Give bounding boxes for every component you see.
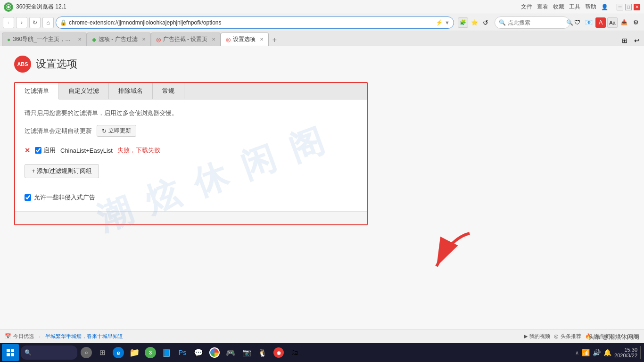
infobar-video[interactable]: ▶ 我的视频 [524, 333, 550, 340]
menu-file[interactable]: 文件 [521, 3, 532, 11]
taskbar-tencent[interactable]: 🐧 [256, 346, 270, 360]
tab-nav-custom-filter[interactable]: 自定义过滤 [59, 83, 109, 99]
menu-help[interactable]: 帮助 [585, 3, 596, 11]
show-desktop-btn[interactable] [640, 346, 642, 359]
taskbar-camera[interactable]: 📷 [239, 346, 254, 360]
search-bar-container: 🔍 🔍 [495, 16, 570, 29]
tab-1[interactable]: ● 360导航_一个主页，整个世界 ✕ [2, 33, 87, 46]
tray-network-icon[interactable]: 📶 [582, 349, 590, 356]
browser-logo [4, 2, 13, 12]
taskbar-security[interactable]: ◉ [272, 346, 286, 360]
abs-logo: ABS [14, 56, 31, 73]
tab-3-label: 广告拦截 - 设置页 [163, 35, 208, 43]
tab-history-back[interactable]: ⊞ [619, 35, 630, 46]
tab-2-close[interactable]: ✕ [142, 37, 146, 42]
svg-rect-5 [7, 353, 10, 356]
taskbar-cortana[interactable]: ○ [79, 346, 93, 360]
back-button[interactable]: ‹ [3, 17, 14, 28]
refresh-nav-icon[interactable]: ↺ [480, 17, 491, 28]
toolbar-settings[interactable]: ⚙ [631, 17, 641, 28]
menu-bookmarks[interactable]: 收藏 [553, 3, 564, 11]
minimize-button[interactable]: ─ [617, 4, 623, 10]
taskbar-explorer[interactable]: 📁 [127, 346, 141, 360]
new-tab-button[interactable]: + [269, 34, 280, 46]
search-input[interactable] [508, 19, 564, 26]
headlines-icon: ◎ [554, 333, 559, 339]
tab-2[interactable]: ◆ 选项 - 广告过滤 ✕ [87, 33, 151, 46]
toolbar-icon-3[interactable]: A [595, 17, 606, 28]
tab-nav-filter-list[interactable]: 过滤清单 [15, 83, 59, 99]
nav-extra-icons: 🧩 ⭐ ↺ [458, 17, 491, 28]
brand-watermark: 头条 @潮炫休闲阁 [588, 333, 639, 341]
taskbar: 🔍 ○ ⊞ e 📁 3 📘 Ps 💬 🎮 📷 🐧 ◉ 🗂 ∧ 📶 🔊 🔔 15:… [0, 343, 644, 362]
tab-3-close[interactable]: ✕ [212, 37, 215, 42]
toolbar-icon-2[interactable]: 📧 [584, 17, 594, 28]
add-filter-group-button[interactable]: + 添加过滤规则订阅组 [25, 164, 99, 178]
start-button[interactable] [2, 344, 19, 361]
forward-button[interactable]: › [16, 17, 27, 28]
tab-1-favicon: ● [7, 36, 10, 43]
taskbar-edge[interactable]: e [111, 346, 125, 360]
tray-up-icon[interactable]: ∧ [575, 350, 579, 356]
svg-rect-6 [11, 353, 14, 356]
home-button[interactable]: ⌂ [42, 17, 54, 28]
tab-4-favicon: ◎ [226, 36, 231, 43]
taskbar-ps[interactable]: Ps [175, 346, 190, 360]
user-icon[interactable]: 👤 [601, 4, 608, 10]
toolbar-icon-1[interactable]: 🛡 [572, 17, 582, 28]
settings-bottom [15, 211, 367, 224]
tab-4[interactable]: ◎ 设置选项 ✕ [221, 33, 269, 46]
extensions-icon[interactable]: 🧩 [458, 17, 468, 28]
taskbar-task-view[interactable]: ⊞ [95, 346, 109, 360]
taskbar-more-icons[interactable]: 🗂 [288, 346, 302, 360]
tab-nav-general[interactable]: 常规 [153, 83, 184, 99]
tab-2-label: 选项 - 广告过滤 [99, 35, 138, 43]
titlebar-right: 文件 查看 收藏 工具 帮助 👤 ─ □ ✕ [521, 3, 640, 11]
taskbar-system-tray: ∧ 📶 🔊 🔔 15:30 2020/3/22 [575, 346, 642, 359]
filter-enable-label: 启用 [43, 146, 56, 155]
svg-point-1 [8, 6, 10, 8]
allow-ads-label: 允许一些非侵入式广告 [34, 193, 95, 202]
infobar-headlines[interactable]: ◎ 头条推荐 [554, 333, 581, 340]
address-bar[interactable] [69, 19, 434, 26]
refresh-button[interactable]: ↻ [29, 17, 41, 28]
toolbar-icon-4[interactable]: Aa [607, 17, 618, 28]
tab-3[interactable]: ◎ 广告拦截 - 设置页 ✕ [151, 33, 221, 46]
tab-4-close[interactable]: ✕ [260, 37, 264, 42]
allow-ads-checkbox[interactable] [25, 194, 31, 201]
filter-checkbox-label[interactable]: 启用 [35, 146, 56, 155]
titlebar-left: 360安全浏览器 12.1 [4, 2, 66, 12]
settings-tab-nav: 过滤清单 自定义过滤 排除域名 常规 [15, 83, 367, 99]
tab-1-label: 360导航_一个主页，整个世界 [13, 35, 74, 43]
filter-fail-text: 失败，下载失败 [117, 146, 160, 155]
tab-nav-exclude-domain[interactable]: 排除域名 [109, 83, 153, 99]
taskbar-chrome[interactable] [207, 346, 222, 360]
dropdown-icon[interactable]: ▼ [445, 20, 450, 25]
menu-tools[interactable]: 工具 [569, 3, 580, 11]
taskbar-search-button[interactable]: 🔍 [21, 346, 77, 360]
filter-checkbox[interactable] [35, 147, 41, 154]
taskbar-game[interactable]: 🎮 [223, 346, 238, 360]
tab-2-favicon: ◆ [92, 36, 96, 43]
menu-view[interactable]: 查看 [537, 3, 548, 11]
infobar-today-picks[interactable]: 📅 今日优选 [5, 333, 34, 340]
taskbar-360[interactable]: 3 [143, 346, 157, 360]
tab-1-close[interactable]: ✕ [78, 37, 82, 42]
infobar-news-link[interactable]: 半城繁华半城烟，春来十城早知道 [45, 333, 123, 340]
tab-history-fwd[interactable]: ↩ [632, 35, 642, 46]
page-title: 设置选项 [36, 57, 77, 71]
taskbar-word[interactable]: 📘 [159, 346, 173, 360]
close-button[interactable]: ✕ [634, 4, 640, 10]
taskbar-wechat[interactable]: 💬 [191, 346, 206, 360]
lightning-icon[interactable]: ⚡ [436, 19, 443, 26]
info-text: 请只启用您需要的过滤清单，启用过多会使浏览器变慢。 [25, 109, 357, 117]
tray-volume-icon[interactable]: 🔊 [593, 349, 601, 356]
titlebar: 360安全浏览器 12.1 文件 查看 收藏 工具 帮助 👤 ─ □ ✕ [0, 0, 644, 14]
toolbar-icon-5[interactable]: 📥 [619, 17, 629, 28]
page-header: ABS 设置选项 [14, 56, 630, 73]
restore-button[interactable]: □ [625, 4, 632, 10]
bookmark-icon[interactable]: ⭐ [469, 17, 479, 28]
tray-notification-icon[interactable]: 🔔 [603, 349, 611, 356]
update-now-button[interactable]: ↻ 立即更新 [97, 125, 136, 137]
taskbar-datetime[interactable]: 15:30 2020/3/22 [614, 347, 637, 358]
